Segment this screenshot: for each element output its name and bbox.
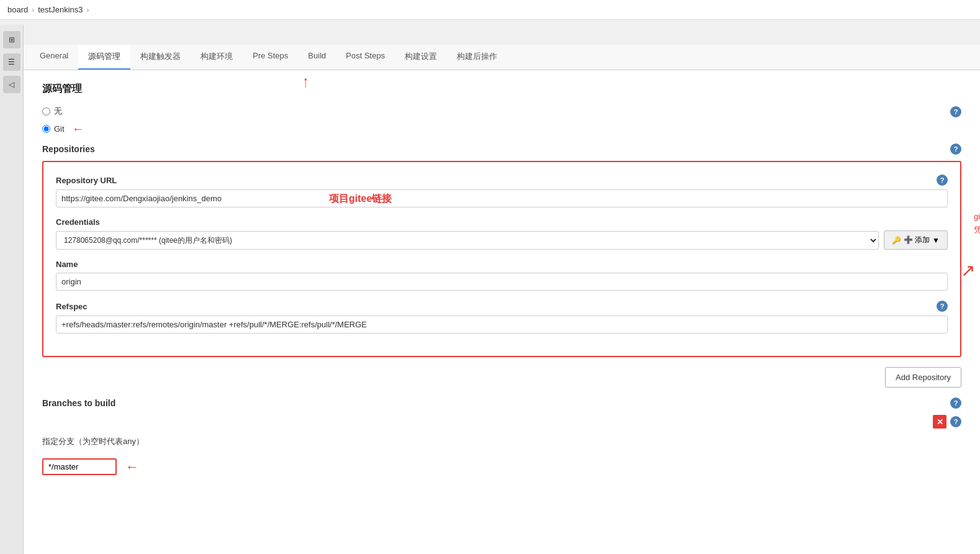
tab-build-triggers[interactable]: 构建触发器 (130, 45, 191, 70)
branch-item-help-icon[interactable]: ? (950, 416, 961, 427)
repo-url-annotation: 项目gitee链接 (329, 192, 392, 205)
left-panel-icon-menu[interactable]: ☰ (3, 53, 20, 71)
branch-delete-row: ✕ ? (42, 415, 961, 429)
branches-header: Branches to build ? (42, 397, 961, 409)
git-help-icon-circle[interactable]: ? (950, 106, 961, 117)
main-content: General 源码管理 构建触发器 构建环境 Pre Steps Build … (24, 45, 980, 554)
branch-label-row: 指定分支（为空时代表any） (42, 436, 961, 447)
credentials-add-chevron: ▼ (932, 236, 940, 245)
radio-none-label: 无 (54, 106, 62, 117)
tab-pre-steps[interactable]: Pre Steps (243, 45, 298, 70)
add-repository-button[interactable]: Add Repository (885, 367, 961, 388)
branch-items: ✕ ? 指定分支（为空时代表any） ← (42, 415, 961, 475)
repo-url-input-wrapper: 项目gitee链接 (56, 189, 948, 207)
breadcrumb-sep-1: › (32, 6, 34, 14)
refspec-label: Refspec ? (56, 301, 948, 312)
branch-delete-button[interactable]: ✕ (933, 415, 946, 429)
branch-arrow-annotation: ← (125, 459, 139, 475)
radio-none-input[interactable] (42, 107, 50, 116)
radio-git: Git ← (42, 122, 961, 136)
tab-post-steps[interactable]: Post Steps (336, 45, 395, 70)
radio-git-label: Git (54, 124, 65, 134)
name-input[interactable] (56, 273, 948, 291)
tab-build-settings[interactable]: 构建设置 (395, 45, 447, 70)
refspec-input[interactable] (56, 316, 948, 334)
branches-section: Branches to build ? ✕ ? 指定分支（为空时代表any） (42, 397, 961, 475)
credentials-row: 1278065208@qq.com/****** (qitee的用户名和密码) … (56, 230, 948, 250)
radio-git-input[interactable] (42, 125, 50, 133)
repo-url-help-icon[interactable]: ? (937, 175, 948, 186)
branches-title: Branches to build (42, 398, 115, 408)
repositories-help-icon[interactable]: ? (950, 143, 961, 155)
breadcrumb: board › testJenkins3 › (0, 0, 980, 20)
tab-build[interactable]: Build (298, 45, 336, 70)
breadcrumb-sep-2: › (87, 6, 89, 14)
repo-section-wrapper: Repository URL ? 项目gitee链接 (42, 161, 961, 357)
credentials-arrow: ↗ (961, 260, 975, 281)
section-title: 源码管理 (42, 83, 961, 96)
credentials-select[interactable]: 1278065208@qq.com/****** (qitee的用户名和密码) (56, 231, 879, 250)
repo-url-label: Repository URL ? (56, 175, 948, 186)
left-panel-icon-back[interactable]: ◁ (3, 76, 20, 93)
repositories-header: Repositories ? (42, 143, 961, 155)
radio-none: 无 (42, 106, 961, 117)
tab-source-management[interactable]: 源码管理 (78, 45, 130, 70)
branches-help-icon[interactable]: ? (950, 397, 961, 409)
refspec-group: Refspec ? (56, 301, 948, 334)
repo-url-group: Repository URL ? 项目gitee链接 (56, 175, 948, 207)
left-panel-icon-grid[interactable]: ⊞ (3, 31, 20, 48)
credentials-annotation: gitee账户凭据，如果有设置这里直接选择就可以了，如果没有设置该凭据，需要先返… (974, 211, 980, 237)
tabs: General 源码管理 构建触发器 构建环境 Pre Steps Build … (24, 45, 980, 70)
credentials-add-icon: 🔑 (892, 236, 901, 245)
refspec-help-icon[interactable]: ? (937, 301, 948, 312)
branch-label: 指定分支（为空时代表any） (42, 437, 144, 446)
add-repository-row: Add Repository (42, 367, 961, 388)
git-help-icon[interactable]: ? (950, 106, 961, 117)
radio-group: 无 Git ← (42, 106, 961, 136)
git-arrow-annotation: ← (72, 122, 84, 136)
tab-post-build[interactable]: 构建后操作 (447, 45, 507, 70)
repo-url-input[interactable] (56, 189, 948, 207)
breadcrumb-project[interactable]: testJenkins3 (38, 5, 83, 14)
branch-input[interactable] (42, 458, 117, 475)
git-section: ? Repositories ? Repository URL ? (42, 143, 961, 475)
content-area: 源码管理 无 Git ← ? (24, 70, 980, 488)
credentials-group: Credentials 1278065208@qq.com/****** (qi… (56, 217, 948, 250)
breadcrumb-board[interactable]: board (7, 5, 28, 14)
tabs-container: General 源码管理 构建触发器 构建环境 Pre Steps Build … (24, 45, 980, 70)
name-label: Name (56, 260, 948, 269)
credentials-label: Credentials (56, 217, 948, 227)
name-group: Name (56, 260, 948, 291)
tab-build-env[interactable]: 构建环境 (191, 45, 243, 70)
tab-general[interactable]: General (30, 45, 78, 70)
credentials-add-button[interactable]: 🔑 ➕ 添加 ▼ (884, 230, 948, 250)
credentials-add-label: ➕ 添加 (904, 235, 930, 245)
branch-input-row: ← (42, 458, 961, 475)
repositories-title: Repositories (42, 144, 95, 154)
repo-box: Repository URL ? 项目gitee链接 (42, 161, 961, 357)
left-panel: ⊞ ☰ ◁ (0, 25, 24, 554)
